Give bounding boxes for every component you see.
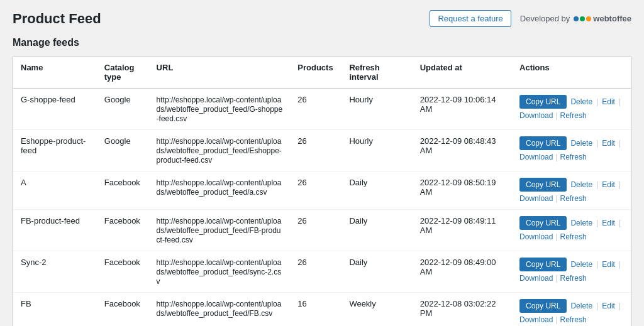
copy-url-button[interactable]: Copy URL (519, 95, 567, 109)
cell-name: FB (13, 293, 97, 327)
developed-by: Developed by webtoffee (520, 14, 631, 23)
separator: | (555, 274, 557, 283)
copy-url-button[interactable]: Copy URL (519, 258, 567, 271)
actions-row2: Download|Refresh (519, 274, 623, 283)
actions-cell: Copy URLDelete|Edit|Download|Refresh (519, 216, 623, 241)
logo-dot-blue (574, 16, 579, 21)
cell-products: 26 (290, 130, 341, 171)
cell-updated-at: 2022-12-09 10:06:14 AM (413, 89, 512, 130)
separator: | (596, 219, 598, 227)
edit-link[interactable]: Edit (602, 97, 615, 106)
separator: | (596, 180, 598, 189)
cell-products: 26 (290, 89, 341, 130)
actions-row1: Copy URLDelete|Edit| (519, 95, 623, 109)
edit-link[interactable]: Edit (602, 139, 615, 148)
download-link[interactable]: Download (519, 153, 553, 161)
refresh-link[interactable]: Refresh (560, 315, 587, 324)
cell-updated-at: 2022-12-08 03:02:22 PM (413, 293, 512, 327)
delete-link[interactable]: Delete (570, 302, 592, 310)
cell-name: Eshoppe-product-feed (13, 130, 97, 171)
col-header-updated-at: Updated at (413, 57, 512, 89)
separator: | (555, 232, 557, 241)
delete-link[interactable]: Delete (570, 219, 592, 227)
webtoffee-logo: webtoffee (574, 14, 631, 23)
cell-catalog-type: Facebook (97, 171, 149, 210)
delete-link[interactable]: Delete (570, 180, 592, 189)
url-text: http://eshoppe.local/wp-content/uploads/… (157, 300, 282, 318)
actions-row1: Copy URLDelete|Edit| (519, 258, 623, 271)
download-link[interactable]: Download (519, 111, 553, 120)
actions-row2: Download|Refresh (519, 153, 623, 161)
download-link[interactable]: Download (519, 274, 553, 283)
separator: | (619, 219, 621, 227)
cell-name: A (13, 171, 97, 210)
table-header-row: Name Catalog type URL Products Refresh i… (13, 57, 631, 89)
page-header: Product Feed Request a feature Developed… (13, 10, 631, 27)
separator: | (596, 260, 598, 269)
cell-name: G-shoppe-feed (13, 89, 97, 130)
page-title: Product Feed (13, 11, 101, 27)
actions-cell: Copy URLDelete|Edit|Download|Refresh (519, 258, 623, 283)
cell-refresh-interval: Hourly (341, 89, 412, 130)
actions-row2: Download|Refresh (519, 315, 623, 324)
cell-actions: Copy URLDelete|Edit|Download|Refresh (512, 89, 631, 130)
delete-link[interactable]: Delete (570, 260, 592, 269)
refresh-link[interactable]: Refresh (560, 232, 587, 241)
actions-cell: Copy URLDelete|Edit|Download|Refresh (519, 136, 623, 161)
cell-refresh-interval: Daily (341, 171, 412, 210)
separator: | (619, 302, 621, 310)
url-text: http://eshoppe.local/wp-content/uploads/… (157, 258, 282, 286)
edit-link[interactable]: Edit (602, 260, 615, 269)
header-right: Request a feature Developed by webtoffee (430, 10, 631, 27)
cell-name: FB-product-feed (13, 210, 97, 251)
cell-updated-at: 2022-12-09 08:50:19 AM (413, 171, 512, 210)
separator: | (596, 302, 598, 310)
cell-actions: Copy URLDelete|Edit|Download|Refresh (512, 210, 631, 251)
edit-link[interactable]: Edit (602, 180, 615, 189)
actions-cell: Copy URLDelete|Edit|Download|Refresh (519, 299, 623, 324)
table-row: FB-product-feedFacebookhttp://eshoppe.lo… (13, 210, 631, 251)
cell-refresh-interval: Weekly (341, 293, 412, 327)
developed-by-label: Developed by (520, 14, 570, 23)
cell-url: http://eshoppe.local/wp-content/uploads/… (149, 293, 291, 327)
cell-refresh-interval: Daily (341, 251, 412, 293)
refresh-link[interactable]: Refresh (560, 274, 587, 283)
url-text: http://eshoppe.local/wp-content/uploads/… (157, 137, 282, 165)
actions-cell: Copy URLDelete|Edit|Download|Refresh (519, 178, 623, 203)
edit-link[interactable]: Edit (602, 302, 615, 310)
refresh-link[interactable]: Refresh (560, 153, 587, 161)
actions-row2: Download|Refresh (519, 194, 623, 203)
copy-url-button[interactable]: Copy URL (519, 136, 567, 150)
copy-url-button[interactable]: Copy URL (519, 299, 567, 313)
edit-link[interactable]: Edit (602, 219, 615, 227)
cell-catalog-type: Facebook (97, 210, 149, 251)
copy-url-button[interactable]: Copy URL (519, 178, 567, 192)
copy-url-button[interactable]: Copy URL (519, 216, 567, 230)
cell-url: http://eshoppe.local/wp-content/uploads/… (149, 171, 291, 210)
separator: | (555, 153, 557, 161)
actions-row1: Copy URLDelete|Edit| (519, 299, 623, 313)
feeds-table: Name Catalog type URL Products Refresh i… (13, 57, 631, 326)
download-link[interactable]: Download (519, 315, 553, 324)
delete-link[interactable]: Delete (570, 139, 592, 148)
refresh-link[interactable]: Refresh (560, 111, 587, 120)
delete-link[interactable]: Delete (570, 97, 592, 106)
download-link[interactable]: Download (519, 194, 553, 203)
actions-row1: Copy URLDelete|Edit| (519, 178, 623, 192)
cell-updated-at: 2022-12-09 08:49:11 AM (413, 210, 512, 251)
actions-row2: Download|Refresh (519, 232, 623, 241)
cell-actions: Copy URLDelete|Edit|Download|Refresh (512, 130, 631, 171)
download-link[interactable]: Download (519, 232, 553, 241)
request-feature-button[interactable]: Request a feature (430, 10, 511, 27)
cell-actions: Copy URLDelete|Edit|Download|Refresh (512, 251, 631, 293)
col-header-products: Products (290, 57, 341, 89)
col-header-name: Name (13, 57, 97, 89)
col-header-catalog-type: Catalog type (97, 57, 149, 89)
logo-dots (574, 16, 591, 21)
cell-url: http://eshoppe.local/wp-content/uploads/… (149, 251, 291, 293)
cell-name: Sync-2 (13, 251, 97, 293)
table-row: AFacebookhttp://eshoppe.local/wp-content… (13, 171, 631, 210)
separator: | (596, 97, 598, 106)
refresh-link[interactable]: Refresh (560, 194, 587, 203)
url-text: http://eshoppe.local/wp-content/uploads/… (157, 217, 282, 244)
